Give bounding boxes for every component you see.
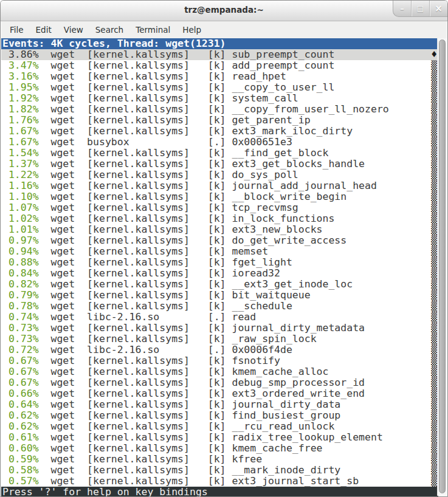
tui-scroll-track-glyph: ▒ (431, 170, 437, 180)
table-row[interactable]: 0.97% wget [kernel.kallsyms] [k] do_get_… (1, 235, 438, 246)
maximize-button[interactable]: □ (411, 1, 429, 16)
overhead-cell: 0.82% (2, 279, 39, 290)
tui-scroll-track-glyph: ▒ (431, 213, 437, 224)
tui-scroll-track-glyph: ▒ (431, 465, 437, 476)
table-row[interactable]: 1.92% wget [kernel.kallsyms] [k] system_… (1, 93, 438, 104)
tui-scroll-track-glyph: ▒ (431, 246, 437, 257)
scrollbar[interactable] (437, 38, 447, 496)
table-row[interactable]: 3.47% wget [kernel.kallsyms] [k] add_pre… (1, 60, 438, 71)
table-row[interactable]: 1.37% wget [kernel.kallsyms] [k] ext3_ge… (1, 159, 438, 170)
table-row[interactable]: 1.10% wget [kernel.kallsyms] [k] __block… (1, 191, 438, 202)
menu-help[interactable]: Help (176, 22, 207, 37)
tui-scroll-track-glyph: ▒ (431, 388, 437, 399)
table-row[interactable]: 0.73% wget [kernel.kallsyms] [k] _raw_sp… (1, 334, 438, 344)
table-row[interactable]: 0.78% wget [kernel.kallsyms] [k] __sched… (1, 301, 438, 312)
table-row[interactable]: 0.79% wget [kernel.kallsyms] [k] bit_wai… (1, 290, 438, 301)
menu-file[interactable]: File (4, 22, 30, 37)
tui-scroll-track-glyph: ▒ (431, 476, 437, 487)
overhead-cell: 1.95% (2, 82, 39, 93)
symbol-cell: wget [kernel.kallsyms] [k] fget_light (39, 257, 432, 268)
table-row[interactable]: 0.62% wget [kernel.kallsyms] [k] __rcu_r… (1, 421, 438, 432)
table-row[interactable]: 0.66% wget [kernel.kallsyms] [k] ext3_or… (1, 388, 438, 399)
symbol-cell: wget [kernel.kallsyms] [k] ioread32 (39, 268, 432, 279)
overhead-cell: 1.10% (2, 191, 39, 202)
table-row[interactable]: 0.84% wget [kernel.kallsyms] [k] ioread3… (1, 268, 438, 279)
table-row[interactable]: 0.64% wget [kernel.kallsyms] [k] journal… (1, 399, 438, 410)
table-row[interactable]: 0.60% wget [kernel.kallsyms] [k] kmem_ca… (1, 443, 438, 454)
tui-scroll-track-glyph: ▒ (431, 399, 437, 410)
menu-bar: File Edit View Search Terminal Help (1, 21, 447, 38)
overhead-cell: 1.92% (2, 93, 39, 104)
table-row[interactable]: 0.58% wget [kernel.kallsyms] [k] __mark_… (1, 465, 438, 476)
terminal-content: Events: 4K cycles, Thread: wget(1231) 3.… (1, 38, 438, 497)
menu-search[interactable]: Search (89, 22, 129, 37)
table-row[interactable]: 0.67% wget [kernel.kallsyms] [k] debug_s… (1, 377, 438, 388)
table-row[interactable]: 0.72% wget libc-2.16.so [.] 0x0006f4de ▒ (1, 344, 438, 355)
tui-scroll-track-glyph: ▒ (431, 454, 437, 465)
overhead-cell: 0.62% (2, 410, 39, 421)
overhead-cell: 0.64% (2, 399, 39, 410)
symbol-cell: wget [kernel.kallsyms] [k] ext3_ordered_… (39, 388, 432, 399)
table-row[interactable]: 3.16% wget [kernel.kallsyms] [k] read_hp… (1, 71, 438, 82)
table-row[interactable]: 0.67% wget [kernel.kallsyms] [k] kmem_ca… (1, 366, 438, 377)
table-row[interactable]: 0.88% wget [kernel.kallsyms] [k] fget_li… (1, 257, 438, 268)
table-row[interactable]: 1.67% wget [kernel.kallsyms] [k] ext3_ma… (1, 126, 438, 137)
menu-edit[interactable]: Edit (30, 22, 58, 37)
symbol-cell: wget libc-2.16.so [.] 0x0006f4de (39, 344, 432, 355)
table-row[interactable]: 1.95% wget [kernel.kallsyms] [k] __copy_… (1, 82, 438, 93)
table-row[interactable]: 1.76% wget [kernel.kallsyms] [k] get_par… (1, 115, 438, 126)
overhead-cell: 0.88% (2, 257, 39, 268)
tui-scroll-track-glyph: ▒ (431, 257, 437, 268)
title-bar[interactable]: trz@empanada:~ – □ × (1, 1, 447, 21)
window-controls: – □ × (393, 1, 447, 17)
overhead-cell: 0.62% (2, 421, 39, 432)
overhead-cell: 0.57% (2, 476, 39, 487)
symbol-cell: wget [kernel.kallsyms] [k] find_busiest_… (39, 410, 432, 421)
table-row[interactable]: 0.57% wget [kernel.kallsyms] [k] ext3_jo… (1, 476, 438, 487)
table-row[interactable]: 0.59% wget [kernel.kallsyms] [k] kfree ▒ (1, 454, 438, 465)
symbol-cell: wget [kernel.kallsyms] [k] do_sys_poll (39, 170, 432, 180)
close-button[interactable]: × (429, 1, 447, 16)
table-row[interactable]: 3.86% wget [kernel.kallsyms] [k] sub_pre… (1, 49, 438, 60)
table-row[interactable]: 1.22% wget [kernel.kallsyms] [k] do_sys_… (1, 170, 438, 180)
tui-scroll-track-glyph: ▒ (431, 191, 437, 202)
minimize-button[interactable]: – (393, 1, 411, 16)
overhead-cell: 0.97% (2, 235, 39, 246)
table-row[interactable]: 1.01% wget [kernel.kallsyms] [k] ext3_ne… (1, 224, 438, 235)
tui-scroll-track-glyph: ▒ (431, 432, 437, 443)
table-row[interactable]: 1.82% wget [kernel.kallsyms] [k] __copy_… (1, 104, 438, 115)
symbol-cell: wget [kernel.kallsyms] [k] read_hpet (39, 71, 432, 82)
table-row[interactable]: 1.67% wget busybox [.] 0x000651e3 ▒ (1, 137, 438, 148)
window-title: trz@empanada:~ (1, 5, 447, 15)
table-row[interactable]: 0.61% wget [kernel.kallsyms] [k] radix_t… (1, 432, 438, 443)
tui-scroll-track-glyph: ▒ (431, 355, 437, 366)
table-row[interactable]: 1.54% wget [kernel.kallsyms] [k] __find_… (1, 148, 438, 159)
symbol-cell: wget [kernel.kallsyms] [k] sub_preempt_c… (39, 49, 432, 60)
overhead-cell: 3.47% (2, 60, 39, 71)
table-row[interactable]: 0.67% wget [kernel.kallsyms] [k] fsnotif… (1, 355, 438, 366)
table-row[interactable]: 0.94% wget [kernel.kallsyms] [k] memset … (1, 246, 438, 257)
menu-view[interactable]: View (58, 22, 89, 37)
tui-scroll-track-glyph: ▒ (431, 279, 437, 290)
maximize-icon: □ (417, 4, 424, 13)
overhead-cell: 0.94% (2, 246, 39, 257)
overhead-cell: 1.07% (2, 202, 39, 213)
close-icon: × (435, 3, 443, 14)
table-row[interactable]: 0.73% wget [kernel.kallsyms] [k] journal… (1, 323, 438, 334)
table-row[interactable]: 1.02% wget [kernel.kallsyms] [k] in_lock… (1, 213, 438, 224)
overhead-cell: 0.60% (2, 443, 39, 454)
overhead-cell: 1.02% (2, 213, 39, 224)
table-row[interactable]: 0.62% wget [kernel.kallsyms] [k] find_bu… (1, 410, 438, 421)
symbol-cell: wget [kernel.kallsyms] [k] __schedule (39, 301, 432, 312)
table-row[interactable]: 0.74% wget libc-2.16.so [.] read ▒ (1, 312, 438, 323)
symbol-cell: wget [kernel.kallsyms] [k] _raw_spin_loc… (39, 334, 432, 344)
table-row[interactable]: 1.16% wget [kernel.kallsyms] [k] journal… (1, 180, 438, 191)
table-row[interactable]: 1.07% wget [kernel.kallsyms] [k] tcp_rec… (1, 202, 438, 213)
symbol-cell: wget [kernel.kallsyms] [k] journal_dirty… (39, 323, 432, 334)
overhead-cell: 1.54% (2, 148, 39, 159)
table-row[interactable]: 0.82% wget [kernel.kallsyms] [k] __ext3_… (1, 279, 438, 290)
scrollbar-thumb[interactable] (439, 39, 446, 493)
symbol-cell: wget [kernel.kallsyms] [k] ext3_mark_ilo… (39, 126, 432, 137)
overhead-cell: 0.59% (2, 454, 39, 465)
menu-terminal[interactable]: Terminal (129, 22, 176, 37)
